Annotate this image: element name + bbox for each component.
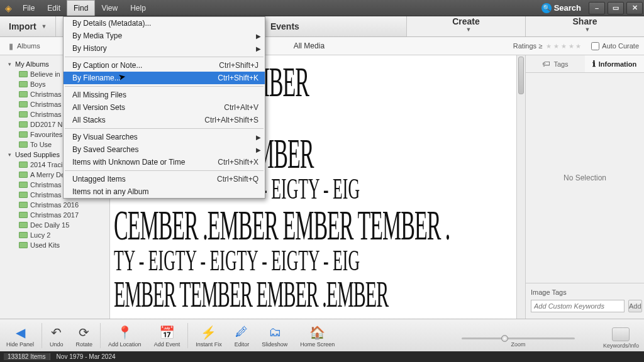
- thumbnail-text: CEMBER .EMBER EMBER TEMBER .: [114, 204, 450, 246]
- maximize-button[interactable]: ▭: [608, 2, 624, 14]
- search-icon: 🔍: [541, 3, 552, 13]
- menubar: ◈ FileEditFindViewHelp 🔍 Search – ▭ ✕: [0, 0, 644, 16]
- menu-view[interactable]: View: [95, 0, 124, 16]
- bottom-instant-fix[interactable]: ⚡Instant Fix: [189, 324, 228, 348]
- thumbnail-text: TY - EIGTY - EIGTY - EIGTY - EIG: [114, 246, 360, 275]
- share-button[interactable]: Share▼: [525, 16, 644, 36]
- bottom-add-location[interactable]: 📍Add Location: [102, 324, 148, 348]
- find-menu-item[interactable]: By Visual Searches▶: [64, 131, 265, 143]
- app-icon: ◈: [0, 0, 16, 16]
- info-icon: ℹ: [592, 59, 596, 69]
- bottom-editor[interactable]: 🖉Editor: [228, 324, 256, 348]
- import-button[interactable]: Import▼: [0, 16, 56, 36]
- image-tags-label: Image Tags: [531, 288, 639, 296]
- zoom-slider[interactable]: Zoom: [462, 337, 575, 348]
- find-menu-item[interactable]: By Details (Metadata)...: [64, 17, 265, 30]
- search-button[interactable]: 🔍 Search: [541, 3, 587, 13]
- find-menu-item[interactable]: By Saved Searches▶: [64, 143, 265, 156]
- keywords-input[interactable]: [531, 300, 625, 312]
- find-menu-item[interactable]: All Missing Files: [64, 89, 265, 101]
- albums-icon: ▮: [9, 41, 13, 51]
- close-button[interactable]: ✕: [626, 2, 643, 14]
- thumbnail-text: EMBER TEMBER EMBER .EMBER: [114, 275, 388, 313]
- bottom-toolbar: ◀Hide Panel↶Undo⟳Rotate📍Add Location📅Add…: [0, 319, 644, 351]
- menu-find[interactable]: Find: [67, 0, 95, 16]
- bottom-slideshow[interactable]: 🗂Slideshow: [255, 324, 294, 348]
- image-tags-box: Image Tags Add: [526, 283, 644, 319]
- find-menu-item[interactable]: By History▶: [64, 42, 265, 55]
- tab-events[interactable]: Events: [270, 21, 299, 31]
- date-range: Nov 1979 - Mar 2024: [57, 353, 116, 360]
- menu-file[interactable]: File: [16, 0, 41, 16]
- tab-tags[interactable]: 🏷 Tags: [526, 55, 585, 72]
- find-menu[interactable]: By Details (Metadata)...By Media Type▶By…: [63, 16, 265, 199]
- bottom-undo[interactable]: ↶Undo: [43, 324, 70, 348]
- bottom-home-screen[interactable]: 🏠Home Screen: [294, 324, 341, 348]
- bottom-rotate[interactable]: ⟳Rotate: [70, 324, 99, 348]
- ratings-label: Ratings ≥: [513, 42, 542, 50]
- tree-item[interactable]: Used Kits: [0, 240, 109, 250]
- find-menu-item[interactable]: All Version SetsCtrl+Alt+V: [64, 101, 265, 114]
- tree-item[interactable]: Lucy 2: [0, 230, 109, 240]
- search-label: Search: [554, 3, 581, 13]
- item-count: 133182 Items: [4, 353, 50, 360]
- find-menu-item[interactable]: Items not in any Album: [64, 185, 265, 198]
- bottom-add-event[interactable]: 📅Add Event: [148, 324, 187, 348]
- minimize-button[interactable]: –: [589, 2, 605, 14]
- scrollbar[interactable]: [516, 55, 525, 319]
- menu-help[interactable]: Help: [124, 0, 152, 16]
- find-menu-item[interactable]: By Caption or Note...Ctrl+Shift+J: [64, 59, 265, 72]
- tree-item[interactable]: Christmas 2016: [0, 200, 109, 210]
- tree-item[interactable]: Dec Daily 15: [0, 220, 109, 230]
- tag-icon: 🏷: [542, 59, 550, 69]
- menu-edit[interactable]: Edit: [41, 0, 67, 16]
- add-keyword-button[interactable]: Add: [628, 300, 642, 312]
- keywords-panel-button[interactable]: Keywords/Info: [603, 327, 639, 349]
- no-selection-label: No Selection: [526, 73, 644, 283]
- find-menu-item[interactable]: Items with Unknown Date or TimeCtrl+Shif…: [64, 156, 265, 168]
- tab-information[interactable]: ℹ Information: [585, 55, 644, 72]
- status-bar: 133182 Items Nov 1979 - Mar 2024: [0, 351, 644, 362]
- tree-item[interactable]: Christmas 2017: [0, 210, 109, 220]
- bottom-hide-panel[interactable]: ◀Hide Panel: [0, 324, 40, 348]
- window-controls: – ▭ ✕: [587, 1, 644, 16]
- auto-curate-checkbox[interactable]: Auto Curate: [591, 42, 639, 50]
- create-button[interactable]: Create▼: [406, 16, 525, 36]
- info-panel: 🏷 Tags ℹ Information No Selection Image …: [525, 55, 644, 319]
- keywords-icon: [612, 327, 630, 341]
- find-menu-item[interactable]: All StacksCtrl+Alt+Shift+S: [64, 114, 265, 126]
- find-menu-item[interactable]: By Media Type▶: [64, 30, 265, 42]
- find-menu-item[interactable]: By Filename...Ctrl+Shift+K: [64, 72, 265, 84]
- star-icon[interactable]: ★ ★ ★ ★ ★: [546, 43, 581, 50]
- find-menu-item[interactable]: Untagged ItemsCtrl+Shift+Q: [64, 173, 265, 185]
